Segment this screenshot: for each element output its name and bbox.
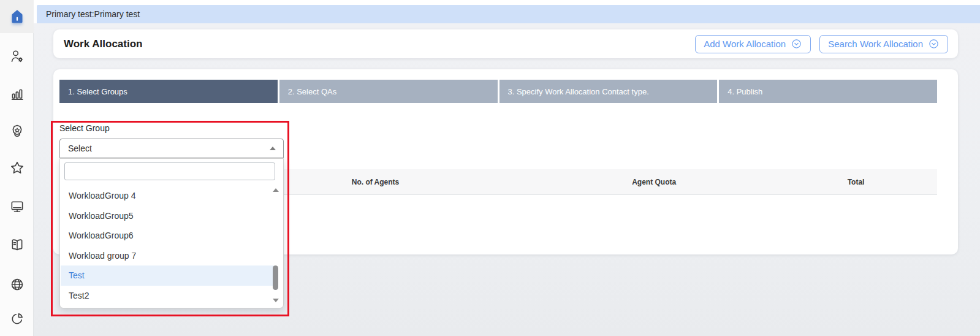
- breadcrumb: Primary test:Primary test: [46, 9, 140, 19]
- sidebar-item-home[interactable]: [0, 0, 34, 33]
- option-workload-group-7[interactable]: Workload group 7: [61, 246, 274, 266]
- step-specify-contact-type[interactable]: 3. Specify Work Allocation Contact type.: [499, 80, 718, 103]
- group-select-dropdown: WorkloadGroup 4 WorkloadGroup5 WorkloadG…: [59, 158, 284, 308]
- add-work-allocation-label: Add Work Allocation: [704, 39, 786, 49]
- table-header-agent-quota: Agent Quota: [533, 178, 775, 186]
- step-publish[interactable]: 4. Publish: [719, 80, 937, 103]
- book-icon: [9, 237, 25, 253]
- sidebar-item-favorites[interactable]: [0, 156, 34, 180]
- sidebar-item-users[interactable]: [0, 44, 34, 69]
- wizard-stepper: 1. Select Groups 2. Select QAs 3. Specif…: [59, 80, 937, 103]
- page-title: Work Allocation: [64, 38, 142, 50]
- sidebar-item-global[interactable]: [0, 272, 34, 297]
- sidebar-item-reports[interactable]: [0, 82, 34, 106]
- scrollbar-up-arrow-icon[interactable]: [273, 188, 279, 192]
- search-work-allocation-label: Search Work Allocation: [828, 39, 923, 49]
- chevron-down-circle-icon: [928, 38, 940, 50]
- step-select-groups[interactable]: 1. Select Groups: [59, 80, 278, 103]
- star-icon: [9, 160, 25, 176]
- scrollbar-thumb[interactable]: [273, 265, 278, 290]
- globe-icon: [9, 277, 25, 292]
- step-select-qas[interactable]: 2. Select QAs: [279, 80, 498, 103]
- sidebar-item-analytics[interactable]: [0, 307, 34, 331]
- group-search-input[interactable]: [64, 162, 275, 180]
- badge-star-icon: [9, 123, 25, 139]
- select-group-label: Select Group: [59, 123, 110, 133]
- pie-chart-icon: [9, 311, 25, 327]
- dropdown-scrollbar[interactable]: [272, 187, 279, 304]
- header-actions: Add Work Allocation Search Work Allocati…: [695, 35, 948, 53]
- sidebar-item-desktop[interactable]: [0, 194, 34, 219]
- chevron-down-circle-icon: [791, 38, 802, 50]
- option-workloadgroup6[interactable]: WorkloadGroup6: [61, 226, 274, 246]
- sidebar: [0, 0, 34, 336]
- breadcrumb-bar: Primary test:Primary test: [37, 5, 980, 23]
- page-header-card: Work Allocation Add Work Allocation Sear…: [53, 29, 958, 58]
- monitor-icon: [9, 199, 25, 215]
- option-test2[interactable]: Test2: [61, 286, 274, 306]
- search-work-allocation-button[interactable]: Search Work Allocation: [819, 35, 948, 53]
- table-header-total: Total: [775, 178, 937, 186]
- group-select-value: Select: [68, 143, 92, 153]
- add-work-allocation-button[interactable]: Add Work Allocation: [695, 35, 811, 53]
- sidebar-item-quality[interactable]: [0, 119, 34, 143]
- group-option-list: WorkloadGroup 4 WorkloadGroup5 WorkloadG…: [61, 186, 274, 305]
- bar-chart-icon: [9, 86, 25, 102]
- option-workloadgroup5[interactable]: WorkloadGroup5: [61, 206, 274, 226]
- option-workloadgroup-4[interactable]: WorkloadGroup 4: [61, 186, 274, 206]
- sidebar-item-knowledge[interactable]: [0, 233, 34, 258]
- home-icon: [9, 8, 26, 25]
- option-test[interactable]: Test: [61, 265, 274, 286]
- caret-up-icon: [270, 147, 276, 150]
- group-select-control[interactable]: Select: [59, 139, 284, 158]
- user-settings-icon: [9, 48, 25, 64]
- scrollbar-down-arrow-icon[interactable]: [273, 299, 279, 302]
